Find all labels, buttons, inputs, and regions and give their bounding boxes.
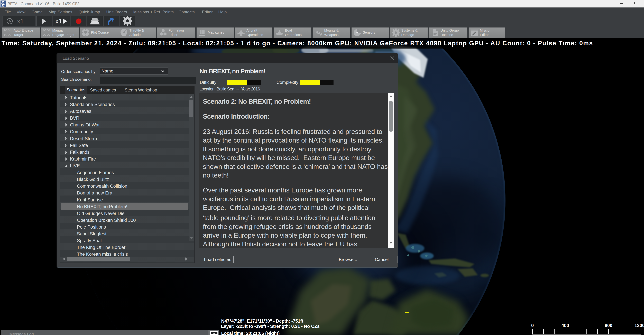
svg-text:MANO: MANO <box>2 6 5 7</box>
